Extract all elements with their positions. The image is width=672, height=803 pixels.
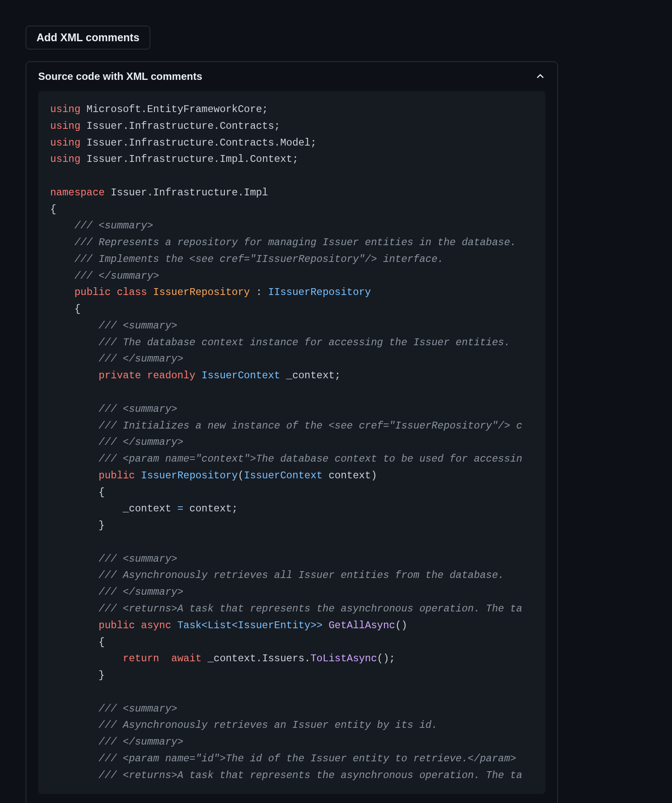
- code-token: [135, 470, 141, 481]
- code-token: .: [123, 120, 129, 132]
- code-token: [50, 286, 74, 298]
- code-token: .: [304, 653, 310, 664]
- code-token: namespace: [50, 187, 105, 198]
- code-token: (): [395, 620, 407, 631]
- code-token: /// <summary>: [50, 403, 177, 415]
- code-token: .: [214, 137, 220, 149]
- code-token: Issuer: [105, 187, 147, 198]
- code-token: .: [274, 137, 280, 149]
- code-token: }: [50, 520, 105, 531]
- code-token: /// </summary>: [50, 586, 183, 598]
- panel-header[interactable]: Source code with XML comments: [26, 62, 557, 91]
- code-token: context: [323, 470, 371, 481]
- code-token: Infrastructure: [129, 137, 213, 149]
- code-token: using: [50, 103, 81, 115]
- code-token: [50, 370, 99, 381]
- code-token: IssuerRepository: [153, 286, 250, 298]
- code-token: [50, 653, 123, 664]
- code-token: IssuerContext: [244, 470, 322, 481]
- code-token: :: [250, 286, 268, 298]
- code-token: public: [99, 620, 135, 631]
- code-token: [195, 370, 201, 381]
- panel-title: Source code with XML comments: [38, 70, 202, 82]
- code-token: _context: [280, 370, 335, 381]
- code-token: /// <param name="context">The database c…: [50, 453, 522, 465]
- code-token: /// <summary>: [50, 320, 177, 332]
- code-token: using: [50, 137, 81, 149]
- code-token: Model: [280, 137, 311, 149]
- code-token: [111, 286, 117, 298]
- code-token: GetAllAsync: [329, 620, 395, 631]
- code-token: .: [244, 153, 250, 165]
- code-token: {: [50, 487, 105, 498]
- code-token: await: [171, 653, 202, 664]
- code-token: _context: [202, 653, 256, 664]
- code-token: {: [50, 204, 56, 215]
- code-token: .: [123, 137, 129, 149]
- code-token: /// Represents a repository for managing…: [50, 237, 516, 248]
- code-token: class: [117, 286, 147, 298]
- code-token: async: [141, 620, 172, 631]
- code-token: /// </summary>: [50, 736, 183, 748]
- source-code-panel: Source code with XML comments using Micr…: [26, 61, 558, 803]
- code-token: [50, 470, 99, 481]
- code-token: .: [141, 103, 147, 115]
- code-token: /// </summary>: [50, 270, 159, 282]
- code-token: ToListAsync: [310, 653, 377, 664]
- code-token: ;: [292, 153, 298, 165]
- code-token: [135, 620, 141, 631]
- code-token: /// The database context instance for ac…: [50, 337, 510, 348]
- code-token: EntityFrameworkCore: [147, 103, 262, 115]
- code-token: Task<List<IssuerEntity>>: [177, 620, 322, 631]
- code-token: [171, 620, 177, 631]
- code-token: (: [238, 470, 244, 481]
- code-content: using Microsoft.EntityFrameworkCore; usi…: [50, 101, 533, 784]
- code-token: public: [99, 470, 135, 481]
- code-token: [323, 620, 329, 631]
- code-token: return: [123, 653, 159, 664]
- code-token: ): [371, 470, 377, 481]
- code-token: /// <summary>: [50, 220, 153, 231]
- code-token: ();: [377, 653, 395, 664]
- code-token: [159, 653, 171, 664]
- code-token: Infrastructure: [129, 120, 213, 132]
- code-token: /// </summary>: [50, 436, 183, 448]
- code-token: ;: [274, 120, 280, 132]
- code-token: .: [238, 187, 244, 198]
- code-token: Infrastructure: [129, 153, 213, 165]
- code-token: IIssuerRepository: [268, 286, 371, 298]
- code-token: IssuerRepository: [141, 470, 238, 481]
- code-token: using: [50, 153, 81, 165]
- code-token: Issuer: [81, 137, 123, 149]
- code-token: context: [183, 503, 232, 514]
- code-token: Impl: [244, 187, 268, 198]
- code-token: ;: [335, 370, 341, 381]
- code-token: Impl: [220, 153, 244, 165]
- code-token: Contracts: [220, 120, 274, 132]
- code-token: {: [50, 636, 105, 648]
- code-token: private: [99, 370, 141, 381]
- code-token: /// <summary>: [50, 553, 177, 565]
- code-token: /// <summary>: [50, 703, 177, 715]
- code-token: _context: [50, 503, 177, 514]
- code-token: /// Implements the <see cref="IIssuerRep…: [50, 253, 444, 265]
- code-token: .: [214, 120, 220, 132]
- code-token: [50, 620, 99, 631]
- code-token: /// </summary>: [50, 353, 183, 365]
- code-token: ;: [262, 103, 268, 115]
- code-token: Contracts: [220, 137, 274, 149]
- code-token: }: [50, 669, 105, 681]
- code-token: public: [74, 286, 111, 298]
- code-token: /// <param name="id">The id of the Issue…: [50, 753, 516, 764]
- code-block: using Microsoft.EntityFrameworkCore; usi…: [38, 91, 545, 794]
- code-token: {: [50, 303, 81, 315]
- add-xml-comments-button[interactable]: Add XML comments: [26, 26, 150, 49]
- code-token: Issuer: [81, 120, 123, 132]
- code-token: Issuer: [81, 153, 123, 165]
- code-token: Context: [250, 153, 292, 165]
- code-token: IssuerContext: [202, 370, 280, 381]
- code-token: Microsoft: [81, 103, 141, 115]
- code-token: .: [214, 153, 220, 165]
- code-token: /// Initializes a new instance of the <s…: [50, 420, 522, 432]
- code-token: /// <returns>A task that represents the …: [50, 603, 522, 614]
